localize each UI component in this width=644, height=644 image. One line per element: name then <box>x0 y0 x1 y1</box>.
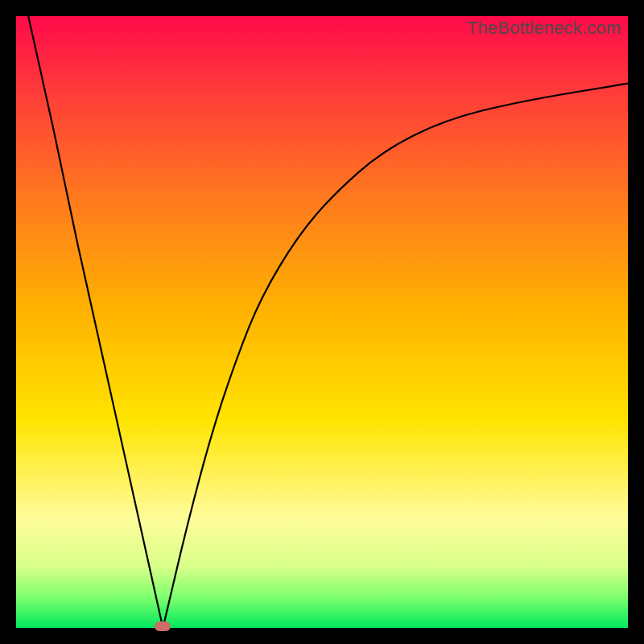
plot-area: TheBottleneck.com <box>16 16 628 628</box>
minimum-marker <box>155 621 171 631</box>
bottleneck-curve <box>16 16 628 628</box>
